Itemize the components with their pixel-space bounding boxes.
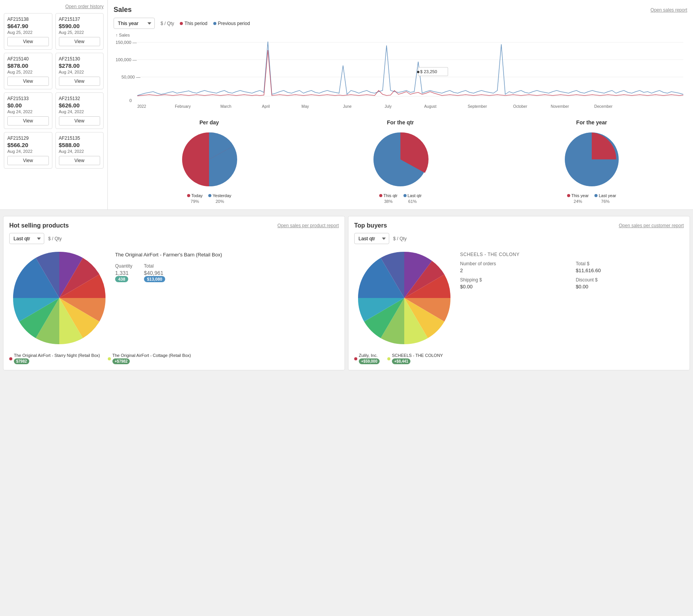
view-order-button[interactable]: View [59, 77, 100, 86]
order-date: Aug 25, 2022 [59, 30, 100, 35]
svg-text:September: September [468, 104, 487, 109]
svg-text:October: October [513, 104, 527, 109]
top-buyers-legend: Zulily, Inc. +$59,000 SCHEELS - THE COLO… [354, 353, 684, 364]
total-label: Total [144, 263, 166, 269]
order-date: Aug 24, 2022 [7, 149, 49, 154]
sales-legend: This period Previous period [180, 21, 250, 26]
featured-product-info: The Original AirFort - Farmer's Barn (Re… [115, 248, 339, 349]
hot-product-1-badge: $7982 [14, 358, 29, 364]
quantity-badge: 438 [115, 276, 128, 282]
order-card: AF215138 $647.90 Aug 25, 2022 View [4, 13, 52, 50]
quantity-stat: Quantity 1,331 438 [115, 263, 132, 282]
hot-products-period-selector[interactable]: Last qtr This qtr This year Last year [9, 233, 44, 244]
svg-text:↑ Sales: ↑ Sales [116, 33, 130, 37]
this-period-label: This period [184, 21, 207, 26]
num-orders-value: 2 [460, 268, 568, 273]
svg-text:150,000 —: 150,000 — [116, 40, 137, 45]
pie-year-legend-this: This year 24% [567, 193, 589, 204]
hot-products-pie-area [9, 248, 109, 349]
order-grid: AF215138 $647.90 Aug 25, 2022 View AF215… [4, 13, 104, 169]
hot-product-1-label: The Original AirFort - Starry Night (Ret… [14, 353, 100, 358]
top-buyers-period-selector[interactable]: Last qtr This qtr This year Last year [354, 233, 389, 244]
legend-previous-period: Previous period [213, 21, 250, 26]
total-label: Total $ [576, 261, 684, 266]
svg-text:August: August [424, 104, 437, 109]
open-products-report-link[interactable]: Open sales per product report [278, 223, 339, 228]
shipping-value: $0.00 [460, 284, 568, 290]
top-buyers-pie-area [354, 248, 454, 349]
top-buyers-unit: $ / Qty [393, 236, 407, 241]
svg-text:$ 23,250: $ 23,250 [420, 69, 437, 74]
order-id: AF215129 [7, 136, 49, 141]
order-amount: $278.00 [59, 62, 100, 69]
svg-text:2022: 2022 [137, 104, 146, 109]
view-order-button[interactable]: View [59, 116, 100, 126]
pie-for-year-svg [561, 129, 623, 190]
top-buyers-pie-svg [354, 248, 454, 348]
total-value: $40,961 [144, 270, 166, 276]
sales-period-selector[interactable]: This year Last year This quarter Last qu… [114, 18, 155, 29]
hot-product-2-label: The Original AirFort - Cottage (Retail B… [112, 353, 191, 358]
featured-product-name: The Original AirFort - Farmer's Barn (Re… [115, 252, 339, 258]
num-orders-label: Number of orders [460, 261, 568, 266]
this-period-dot [180, 22, 183, 25]
quantity-value: 1,331 [115, 270, 132, 276]
order-id: AF215140 [7, 56, 49, 62]
top-buyer-legend-1: Zulily, Inc. +$59,000 [354, 353, 380, 364]
hot-product-legend-2: The Original AirFort - Cottage (Retail B… [108, 353, 191, 364]
order-id: AF215135 [59, 136, 100, 141]
order-card: AF215130 $278.00 Aug 24, 2022 View [55, 53, 104, 89]
order-date: Aug 24, 2022 [7, 109, 49, 114]
sales-chart-svg: ↑ Sales 150,000 — 100,000 — 50,000 — 0 2… [114, 31, 687, 116]
order-card: AF215137 $590.00 Aug 25, 2022 View [55, 13, 104, 50]
top-buyers-panel: Top buyers Open sales per customer repor… [348, 216, 690, 370]
pie-for-year: For the year This year [496, 119, 687, 204]
svg-text:May: May [301, 104, 309, 109]
svg-text:December: December [594, 104, 613, 109]
pie-per-day-legend-today: Today 79% [187, 193, 203, 204]
open-order-history-link[interactable]: Open order history [4, 4, 104, 9]
pie-charts-row: Per day Today [114, 119, 687, 204]
order-id: AF215130 [59, 56, 100, 62]
order-history-panel: Open order history AF215138 $647.90 Aug … [0, 0, 108, 209]
view-order-button[interactable]: View [7, 116, 49, 126]
open-sales-report-link[interactable]: Open sales report [651, 7, 687, 13]
order-date: Aug 25, 2022 [7, 70, 49, 74]
view-order-button[interactable]: View [59, 156, 100, 165]
svg-text:February: February [175, 104, 191, 109]
order-date: Aug 24, 2022 [59, 109, 100, 114]
order-card: AF215133 $0.00 Aug 24, 2022 View [4, 92, 52, 129]
svg-text:0: 0 [129, 98, 132, 103]
order-id: AF215137 [59, 17, 100, 22]
buyer-discount: Discount $ $0.00 [576, 277, 684, 290]
top-buyers-title: Top buyers [354, 222, 387, 229]
open-customer-report-link[interactable]: Open sales per customer report [619, 223, 684, 228]
svg-text:June: June [343, 104, 352, 109]
svg-point-23 [417, 71, 419, 73]
view-order-button[interactable]: View [7, 156, 49, 165]
order-amount: $878.00 [7, 62, 49, 69]
view-order-button[interactable]: View [59, 37, 100, 46]
pie-per-day-legend-yesterday: Yesterday 20% [208, 193, 231, 204]
pie-per-day-title: Per day [114, 119, 305, 126]
order-date: Aug 24, 2022 [59, 70, 100, 74]
pie-for-qtr-title: For the qtr [305, 119, 496, 126]
previous-period-label: Previous period [218, 21, 250, 26]
svg-text:100,000 —: 100,000 — [116, 57, 137, 62]
pie-for-qtr-svg [370, 129, 431, 190]
view-order-button[interactable]: View [7, 37, 49, 46]
total-badge: $13,080 [144, 276, 166, 282]
pie-for-year-title: For the year [496, 119, 687, 126]
order-amount: $647.90 [7, 23, 49, 29]
order-amount: $590.00 [59, 23, 100, 29]
svg-text:50,000 —: 50,000 — [122, 75, 141, 79]
view-order-button[interactable]: View [7, 77, 49, 86]
order-date: Aug 25, 2022 [7, 30, 49, 35]
svg-text:April: April [262, 104, 270, 109]
top-buyer-legend-2: SCHEELS - THE COLONY +$8,441 [387, 353, 443, 364]
top-buyer-2-label: SCHEELS - THE COLONY [392, 353, 443, 358]
top-buyer-2-badge: +$8,441 [392, 358, 410, 364]
order-amount: $626.00 [59, 102, 100, 109]
legend-this-period: This period [180, 21, 207, 26]
sales-chart: ↑ Sales 150,000 — 100,000 — 50,000 — 0 2… [114, 31, 687, 116]
